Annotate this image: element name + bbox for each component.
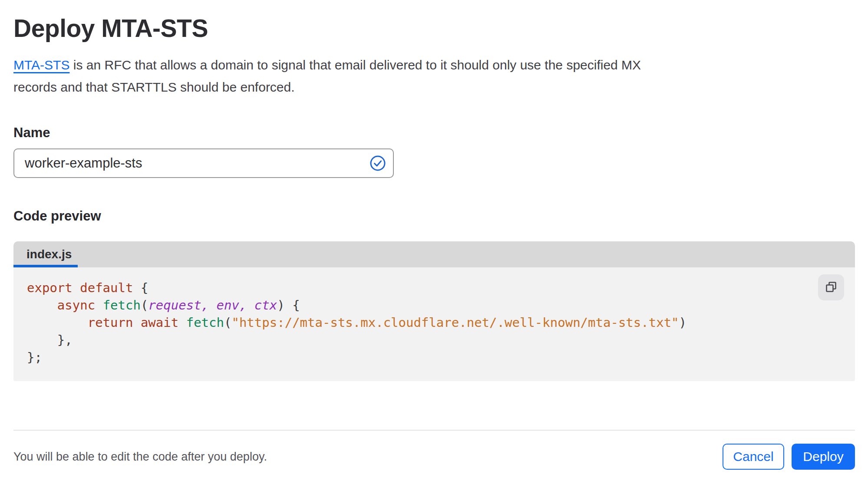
code-content: export default { async fetch(request, en…: [13, 279, 855, 366]
footer-bar: You will be able to edit the code after …: [13, 444, 855, 470]
copy-icon: [824, 280, 838, 295]
tab-index-js[interactable]: index.js: [13, 241, 78, 267]
cancel-button[interactable]: Cancel: [723, 444, 784, 470]
name-input[interactable]: [13, 148, 394, 178]
deploy-mta-sts-page: Deploy MTA-STS MTA-STS is an RFC that al…: [0, 14, 868, 470]
tab-label: index.js: [26, 247, 72, 261]
page-title: Deploy MTA-STS: [13, 14, 855, 43]
name-label: Name: [13, 125, 855, 141]
intro-rest-text: is an RFC that allows a domain to signal…: [13, 58, 641, 94]
code-preview-block: index.js export default { async fetch(re…: [13, 241, 855, 381]
code-preview-label: Code preview: [13, 208, 855, 224]
copy-button[interactable]: [818, 274, 844, 300]
code-editor: export default { async fetch(request, en…: [13, 267, 855, 381]
intro-text: MTA-STS is an RFC that allows a domain t…: [13, 54, 673, 98]
code-tabbar: index.js: [13, 241, 855, 267]
check-circle-icon: [370, 155, 386, 171]
deploy-button[interactable]: Deploy: [792, 444, 855, 470]
footer-note: You will be able to edit the code after …: [13, 450, 267, 464]
name-input-wrap: [13, 148, 394, 178]
mta-sts-link[interactable]: MTA-STS: [13, 58, 69, 72]
footer-divider: [13, 430, 855, 431]
footer-actions: Cancel Deploy: [723, 444, 855, 470]
